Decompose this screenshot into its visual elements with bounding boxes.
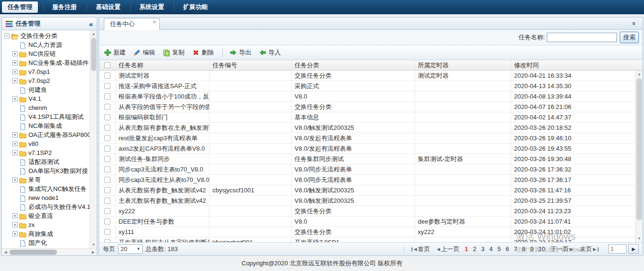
tree-item[interactable]: 适配器测试 (2, 157, 90, 166)
tab-close-icon[interactable]: ✕ (153, 19, 156, 25)
goto-page-input[interactable] (608, 244, 626, 253)
table-row[interactable]: 同步cap3无流程主表to70_V8.0V8.0/同步无流程表单2020-03-… (99, 164, 635, 175)
row-checkbox[interactable] (104, 114, 110, 120)
row-checkbox[interactable] (104, 104, 110, 110)
nav-item-2[interactable]: 服务注册 (43, 0, 86, 14)
tree-item[interactable]: +v80 (2, 139, 90, 148)
row-checkbox[interactable] (104, 135, 110, 141)
row-checkbox[interactable] (104, 83, 110, 89)
tab-overflow-button[interactable]: » (629, 19, 640, 28)
table-row[interactable]: DEE定时任务与参数V8.0dee参数与定时器2020-03-24 11:07:… (99, 217, 635, 227)
tree-item[interactable]: +NC供应链 (2, 49, 90, 58)
tree-item[interactable]: +NC业务集成-基础插件 (2, 58, 90, 67)
table-row[interactable]: xy222交换任务分类2020-03-24 11:23:23 (99, 206, 635, 217)
tree-expander-icon[interactable]: + (12, 231, 18, 236)
row-checkbox[interactable] (104, 177, 110, 183)
tree-horizontal-scrollbar[interactable]: ◀ ▶ (2, 248, 97, 255)
next-page-button[interactable]: 下一页 ▶ (551, 245, 574, 253)
table-vertical-scrollbar[interactable]: ▲ ▼ (635, 71, 643, 242)
page-number-3[interactable]: 3 (481, 245, 485, 253)
page-number-1[interactable]: 1 (465, 245, 468, 253)
row-checkbox[interactable] (104, 125, 110, 131)
tree-item[interactable]: +OA正式服务器SAP800 (2, 130, 90, 139)
nav-item-5[interactable]: 扩展功能 (174, 0, 217, 14)
tree-expander-icon[interactable]: + (12, 177, 18, 182)
scroll-up-icon[interactable]: ▲ (90, 30, 97, 37)
page-number-8[interactable]: 8 (522, 245, 525, 253)
table-row[interactable]: 同步cap3无流程主从表to70_V8.0V8.0/同步无流程表单2020-03… (99, 175, 635, 185)
row-checkbox[interactable] (104, 72, 110, 79)
row-checkbox[interactable] (104, 93, 110, 99)
tree-item[interactable]: +V4.1 (2, 94, 90, 103)
tree-vertical-scrollbar[interactable]: ▲ ▼ (90, 30, 97, 248)
page-number-4[interactable]: 4 (489, 245, 493, 253)
tree-expander-icon[interactable]: + (12, 150, 18, 155)
tree-item[interactable]: 何建良 (2, 85, 90, 94)
table-row[interactable]: 测试定时器交换任务分类测试定时器2020-04-21 16:33:34 (99, 71, 635, 81)
tree-item[interactable]: NC人力资源 (2, 40, 90, 49)
page-number-10[interactable]: 10 (538, 245, 545, 253)
tree-item[interactable]: +v7.1SP2 (2, 148, 90, 157)
tree-item[interactable]: new node1 (2, 193, 90, 202)
tree-item[interactable]: 集成写入NC触发任务 (2, 184, 90, 193)
row-checkbox[interactable] (104, 218, 110, 225)
row-checkbox[interactable] (104, 145, 110, 152)
header-task-name[interactable]: 任务名称 (116, 60, 210, 70)
row-checkbox[interactable] (104, 156, 110, 162)
nav-item-4[interactable]: 系统设置 (130, 0, 174, 14)
row-checkbox[interactable] (104, 208, 110, 214)
table-row[interactable]: rest批量发起cap3有流程表单V8.0/发起有流程表单2020-03-26 … (99, 133, 635, 144)
task-name-input[interactable] (547, 33, 617, 42)
nav-item-1[interactable]: 任务管理 (2, 1, 38, 13)
row-checkbox[interactable] (104, 229, 110, 235)
table-row[interactable]: 测试任务-集群同步任务集群同步测试集群测试-定时器2020-03-26 19:3… (99, 154, 635, 164)
tree-item[interactable]: +zx (2, 220, 90, 229)
header-task-code[interactable]: 任务编号 (210, 60, 292, 70)
table-row[interactable]: 开发高级-根据主从表字段值判断是否阻塞kfsjqjzcbzd001开发高级7.0… (99, 237, 635, 242)
tree-item[interactable]: +v7.0sp2 (2, 76, 90, 85)
table-scroll-thumb[interactable] (636, 78, 642, 220)
table-row[interactable]: xy111交换任务分类xy2222020-03-24 11:01:02 (99, 227, 635, 237)
tree-expander-icon[interactable]: + (12, 78, 18, 83)
scroll-down-icon[interactable]: ▼ (635, 235, 643, 242)
page-number-7[interactable]: 7 (514, 245, 517, 253)
tree-item[interactable]: 必成功与失败任务V4.1 (2, 202, 90, 211)
table-row[interactable]: 从表元数据有参数_触发测试v42cbysjycscf1001V8.0/触发测试2… (99, 185, 635, 196)
row-checkbox[interactable] (104, 239, 110, 242)
tree-item[interactable]: +v7.0sp1 (2, 67, 90, 76)
page-number-6[interactable]: 6 (506, 245, 509, 253)
export-button[interactable]: 导出 (230, 48, 251, 57)
table-row[interactable]: 从表元数据有参数在主表_触发测试v42V8.0/触发测试2003252020-0… (99, 123, 635, 133)
table-row[interactable]: axis2发起CAP3有流程表单V8.0V8.0/发起有流程表单2020-03-… (99, 144, 635, 154)
first-page-button[interactable]: ❙◀ 首页 (409, 245, 430, 253)
tree-expander-icon[interactable]: + (12, 222, 18, 227)
tree-expander-icon[interactable]: + (12, 132, 18, 137)
tree-hscroll-thumb[interactable] (9, 250, 57, 255)
tree-scroll-thumb[interactable] (91, 38, 96, 71)
table-row[interactable]: 推送-采购申请推送SAP-正式采购正式2020-04-13 14:35:30 (99, 81, 635, 91)
tree-item[interactable]: V4.1SP1工具端测试 (2, 112, 90, 121)
tree-item[interactable]: −交换任务分类 (2, 31, 90, 40)
tree-item[interactable]: chenm (2, 103, 90, 112)
search-button[interactable]: 搜索 (620, 32, 639, 43)
scroll-down-icon[interactable]: ▼ (90, 241, 97, 248)
last-page-button[interactable]: 末页 ▶❙ (580, 245, 601, 253)
page-number-5[interactable]: 5 (497, 245, 501, 253)
scroll-right-icon[interactable]: ▶ (90, 249, 97, 256)
tree-expander-icon[interactable]: + (12, 213, 18, 218)
tree-item[interactable]: +银企直连 (2, 211, 90, 220)
nav-item-3[interactable]: 基础设置 (86, 0, 130, 14)
select-all-checkbox[interactable] (104, 62, 110, 68)
header-modified-time[interactable]: 修改时间 (511, 60, 643, 70)
row-checkbox[interactable] (104, 166, 110, 172)
page-number-9[interactable]: 9 (530, 245, 534, 253)
goto-page-button[interactable]: ▶ (628, 244, 639, 254)
tree-item[interactable]: OA单据与K3数据对接 (2, 166, 90, 175)
import-button[interactable]: 导入 (259, 48, 281, 57)
copy-button[interactable]: 复制 (163, 48, 184, 57)
tree-expander-icon[interactable]: + (12, 69, 18, 74)
scroll-left-icon[interactable]: ◀ (2, 249, 9, 256)
table-row[interactable]: 根据编码获取部门基本信息2020-04-02 14:47:37 (99, 112, 635, 123)
tree-item[interactable]: NC单据集成 (2, 121, 90, 130)
tree-item[interactable]: +呆哥 (2, 175, 90, 184)
